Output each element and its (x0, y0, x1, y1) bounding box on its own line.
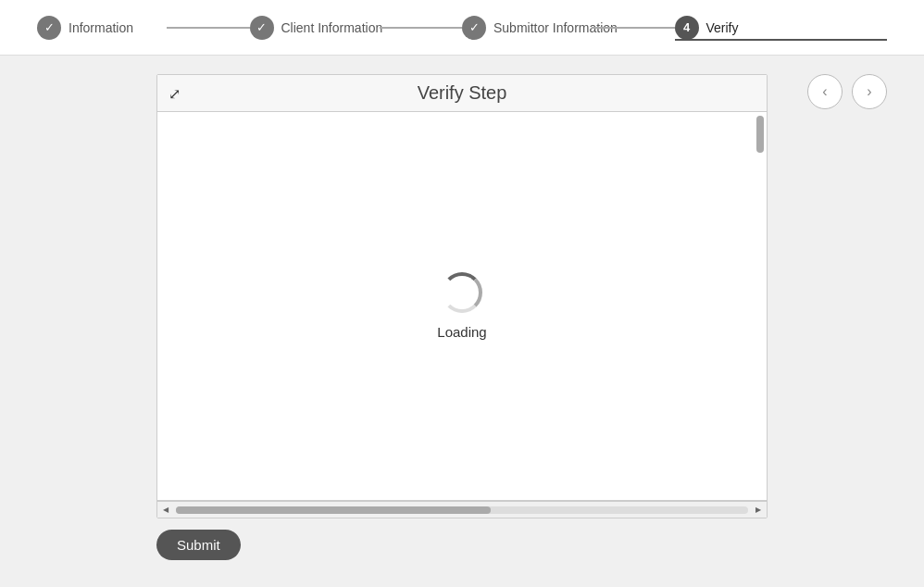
card-body: Loading (157, 112, 767, 501)
step-information[interactable]: ✓ Information (37, 16, 250, 40)
loading-container: Loading (157, 112, 767, 500)
step-verify[interactable]: 4 Verify (675, 16, 888, 40)
step-icon-information: ✓ (37, 16, 61, 40)
verify-card: ⤢ Verify Step Loading ◀ (156, 74, 768, 518)
step-client-information[interactable]: ✓ Client Information (250, 16, 463, 40)
next-icon: › (867, 83, 871, 100)
stepper: ✓ Information ✓ Client Information ✓ Sub… (0, 0, 924, 56)
horizontal-scrollbar[interactable]: ◀ ▶ (157, 501, 767, 518)
active-step-underline (675, 39, 888, 41)
expand-icon[interactable]: ⤢ (169, 84, 181, 102)
submit-button[interactable]: Submit (156, 530, 241, 560)
card-title: Verify Step (169, 82, 755, 104)
vertical-scrollbar[interactable] (754, 112, 767, 500)
step-label-client-information: Client Information (281, 20, 383, 35)
prev-button[interactable]: ‹ (807, 74, 843, 109)
loading-spinner (442, 272, 482, 313)
main-content: ‹ › ⤢ Verify Step Loading (0, 56, 924, 587)
step-label-submittor-information: Submittor Information (493, 20, 618, 35)
vertical-scrollbar-thumb (756, 116, 764, 153)
card-header: ⤢ Verify Step (157, 75, 767, 112)
scroll-track (176, 506, 748, 514)
step-icon-verify: 4 (675, 16, 699, 40)
step-submittor-information[interactable]: ✓ Submittor Information (462, 16, 675, 40)
step-icon-submittor-information: ✓ (462, 16, 486, 40)
step-label-information: Information (69, 20, 133, 35)
submit-area: Submit (156, 518, 241, 560)
scroll-right-arrow[interactable]: ▶ (752, 504, 765, 517)
next-button[interactable]: › (852, 74, 887, 109)
step-label-verify: Verify (706, 20, 739, 35)
loading-text: Loading (437, 324, 486, 340)
step-icon-client-information: ✓ (250, 16, 274, 40)
scroll-left-arrow[interactable]: ◀ (159, 504, 172, 517)
nav-arrows: ‹ › (807, 74, 887, 109)
prev-icon: ‹ (822, 83, 827, 100)
scroll-thumb (176, 506, 491, 514)
